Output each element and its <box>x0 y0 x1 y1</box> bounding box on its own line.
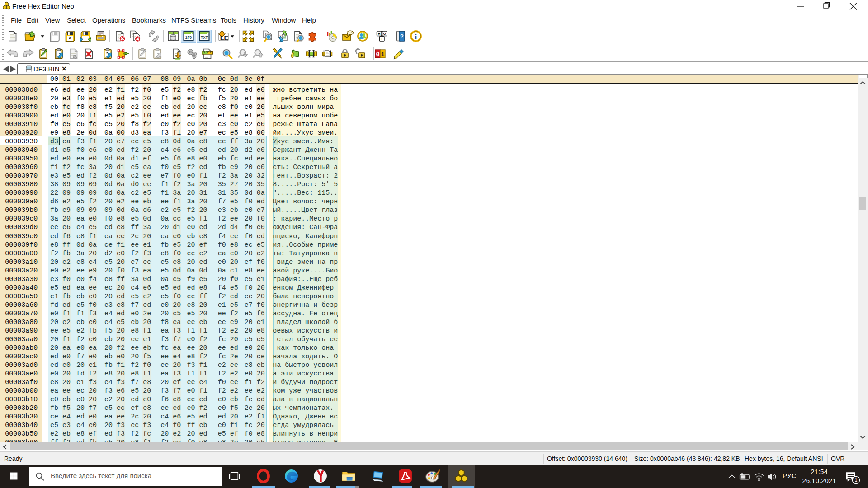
svg-text:1: 1 <box>855 478 858 483</box>
